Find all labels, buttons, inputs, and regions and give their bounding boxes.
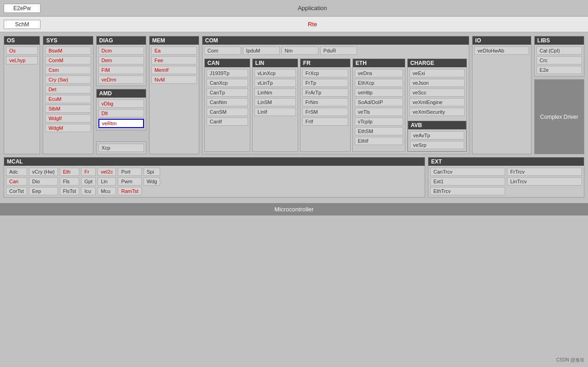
list-item[interactable]: veXmlEngine [409,98,465,106]
list-item[interactable]: veSrp [410,141,464,149]
list-item[interactable]: Dio [29,177,58,186]
list-item[interactable]: FiM [98,66,144,74]
list-item[interactable]: EthTrcv [430,187,505,195]
list-item[interactable]: LinTrcv [507,177,582,186]
list-item[interactable]: Icu [81,187,96,195]
list-item[interactable]: FrXcp [302,69,348,77]
vertm-item[interactable]: veRtm [98,119,144,128]
io-header: IO [473,36,531,45]
list-item[interactable]: Dcm [98,47,144,55]
ext-col1: CanTrcv Ext1 EthTrcv [430,168,505,195]
list-item[interactable]: veXmlSecurity [409,108,465,116]
list-item[interactable]: FrNm [302,98,348,106]
libs-section: LIBS Cal (CpI) Crc E2e [534,36,584,76]
list-item[interactable]: vLinXcp [254,69,296,77]
list-item[interactable]: Cal (CpI) [536,47,582,55]
list-item[interactable]: EthSM [355,127,403,135]
list-item[interactable]: FrSM [302,108,348,116]
list-item[interactable]: E2e [536,66,582,74]
list-item[interactable]: vCry (Hw) [29,168,58,176]
list-item[interactable]: RamTst [118,187,141,195]
list-item[interactable]: WdgM [45,124,91,132]
e2epw-button[interactable]: E2ePw [4,4,40,13]
list-item[interactable]: Com [204,47,241,55]
avb-section: AVB veAvTp veSrp [408,121,467,151]
list-item[interactable]: PduR [320,47,357,55]
list-item[interactable]: veJson [409,79,465,87]
list-item[interactable]: LinNm [254,88,296,97]
list-item[interactable]: Lin [98,177,116,186]
list-item[interactable]: MemIf [151,66,197,74]
list-item[interactable]: CanXcp [207,79,248,87]
list-item[interactable]: BswM [45,47,91,55]
list-item[interactable]: Gpt [81,177,96,186]
list-item[interactable]: Adc [6,168,27,176]
list-item[interactable]: StbM [45,105,91,113]
list-item[interactable]: CanTrcv [430,168,505,176]
list-item[interactable]: Os [6,47,38,55]
list-item[interactable]: Fee [151,56,197,64]
list-item[interactable]: Fr [81,168,96,176]
list-item[interactable]: CanNm [207,98,248,106]
list-item[interactable]: Can [6,177,27,186]
list-item[interactable]: Nm [282,47,318,55]
list-item[interactable]: LinIf [254,108,296,116]
list-item[interactable]: veAvTp [410,131,464,140]
list-item[interactable]: veScc [409,88,465,97]
list-item[interactable]: Crc [536,56,582,64]
list-item[interactable]: Ext1 [430,177,505,186]
list-item[interactable]: EcuM [45,95,91,103]
list-item[interactable]: SoAd/DoIP [355,98,403,106]
list-item[interactable]: Cry (Sw) [45,76,91,84]
list-item[interactable]: Xcp [98,144,144,152]
list-item[interactable]: vDbg [98,99,144,108]
eth-section: ETH veDns EthXcp veHttp SoAd/DoIP veTls … [352,58,405,152]
list-item[interactable]: Mcu [98,187,116,195]
io-section: IO veDIoHwAb [472,36,531,154]
list-item[interactable]: Dem [98,56,144,64]
list-item[interactable]: CorTst [6,187,27,195]
list-item[interactable]: Dlt [98,109,144,117]
list-item[interactable]: WdgIf [45,114,91,122]
list-item[interactable]: veLhyp [6,56,38,64]
list-item[interactable]: Csm [45,66,91,74]
list-item[interactable]: CanIf [207,117,248,126]
list-item[interactable]: FrTrcv [507,168,582,176]
list-item[interactable]: CanSM [207,108,248,116]
list-item[interactable]: Pwm [118,177,141,186]
list-item[interactable]: veExi [409,69,465,77]
list-item[interactable]: FlsTst [60,187,80,195]
list-item[interactable]: EthIf [355,137,403,145]
list-item[interactable]: vTcpIp [355,117,403,126]
list-item[interactable]: J1939Tp [207,69,248,77]
list-item[interactable]: ComM [45,56,91,64]
list-item[interactable]: veTls [355,108,403,116]
sys-header: SYS [43,36,92,45]
list-item[interactable]: NvM [151,76,197,84]
list-item[interactable]: Port [118,168,141,176]
list-item[interactable]: veHttp [355,88,403,97]
list-item[interactable]: veDns [355,69,403,77]
list-item[interactable]: FrIf [302,117,348,126]
list-item[interactable]: veDIoHwAb [474,47,529,55]
list-item[interactable]: veDrm [98,76,144,84]
list-item[interactable]: Det [45,85,91,93]
mcal-section: MCAL Adc Can CorTst vCry (Hw) Dio Eep Et… [4,157,425,198]
com-sub-row: CAN J1939Tp CanXcp CanTp CanNm CanSM Can… [202,57,469,154]
list-item[interactable]: Wdg [144,177,161,186]
schm-button[interactable]: SchM [4,20,40,29]
list-item[interactable]: FrTp [302,79,348,87]
list-item[interactable]: Ea [151,47,197,55]
list-item[interactable]: LinSM [254,98,296,106]
list-item[interactable]: IpduM [243,47,280,55]
list-item[interactable]: CanTp [207,88,248,97]
list-item[interactable]: Spi [144,168,161,176]
list-item[interactable]: veI2c [98,168,116,176]
list-item[interactable]: EthXcp [355,79,403,87]
list-item[interactable]: FrArTp [302,88,348,97]
list-item[interactable]: Eep [29,187,58,195]
list-item[interactable]: Eth [60,168,80,176]
list-item[interactable]: vLinTp [254,79,296,87]
ext-section: EXT CanTrcv Ext1 EthTrcv FrTrcv LinTrcv [428,157,584,198]
list-item[interactable]: Fls [60,177,80,186]
